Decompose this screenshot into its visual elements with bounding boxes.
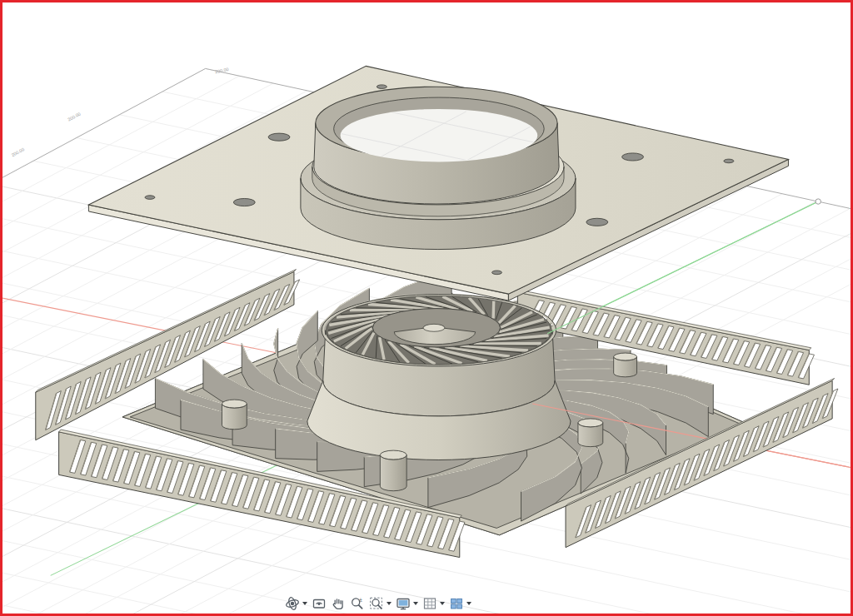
look-at-button[interactable] xyxy=(310,593,328,614)
dropdown-caret[interactable] xyxy=(413,602,418,605)
dropdown-caret[interactable] xyxy=(440,602,445,605)
orbit-button[interactable] xyxy=(283,593,309,614)
viewport-canvas[interactable]: 200.00200.00200.00 xyxy=(2,2,851,614)
grid-and-snaps-button[interactable] xyxy=(421,593,446,614)
grid-dimension-label: 200.00 xyxy=(67,112,82,122)
fit-icon xyxy=(369,596,384,611)
duct-collar[interactable] xyxy=(301,87,582,249)
dropdown-caret[interactable] xyxy=(466,602,471,605)
pan-button[interactable] xyxy=(329,593,347,614)
navigation-toolbar: ± xyxy=(283,592,473,615)
exploded-fan-assembly[interactable] xyxy=(36,66,851,557)
fit-button[interactable] xyxy=(367,593,393,614)
dropdown-caret[interactable] xyxy=(387,602,392,605)
grid-dimension-labels: 200.00200.00200.00 xyxy=(11,67,229,157)
display-settings-button[interactable] xyxy=(394,593,420,614)
svg-text:±: ± xyxy=(359,597,362,603)
impeller[interactable] xyxy=(307,295,571,460)
cad-window: 200.00200.00200.00 ± xyxy=(0,0,853,616)
display-icon xyxy=(396,596,411,611)
grid-dimension-label: 200.00 xyxy=(11,147,26,157)
zoom-icon: ± xyxy=(350,596,365,611)
zoom-button[interactable]: ± xyxy=(348,593,367,614)
look-at-icon xyxy=(312,596,327,611)
dropdown-caret[interactable] xyxy=(302,602,307,605)
orbit-icon xyxy=(285,596,300,611)
grid-icon xyxy=(422,596,437,611)
viewports-button[interactable] xyxy=(447,593,473,614)
viewports-icon xyxy=(449,596,464,611)
axis-endpoint-marker[interactable] xyxy=(816,199,821,204)
pan-icon xyxy=(331,596,346,611)
